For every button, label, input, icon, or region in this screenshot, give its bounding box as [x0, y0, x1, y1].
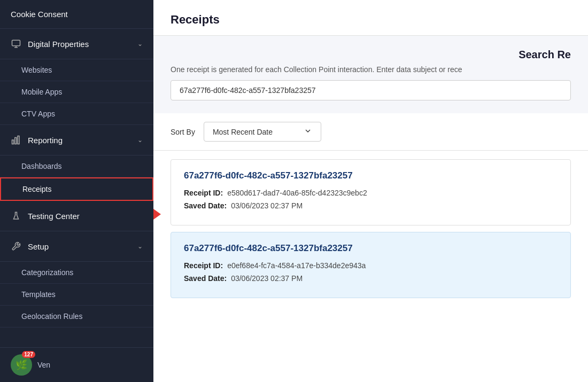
avatar: 🌿 127: [11, 354, 32, 376]
monitor-icon: [11, 38, 21, 49]
saved-date-value: 03/06/2023 02:37 PM: [231, 274, 303, 283]
receipt-uuid: 67a277f6-d0fc-482c-a557-1327bfa23257: [184, 243, 558, 254]
receipt-id-row: Receipt ID: e580d617-dad7-40a6-85fc-d423…: [184, 189, 558, 197]
sidebar-item-templates[interactable]: Templates: [0, 284, 153, 306]
receipt-card[interactable]: 67a277f6-d0fc-482c-a557-1327bfa23257 Rec…: [171, 159, 571, 225]
search-description: One receipt is generated for each Collec…: [171, 65, 571, 74]
sidebar: Cookie Consent Digital Properties ⌄ Webs…: [0, 0, 153, 382]
sidebar-section-reporting[interactable]: Reporting ⌄: [0, 125, 153, 155]
sort-by-label: Sort By: [171, 128, 195, 136]
user-label: Ven: [37, 361, 50, 369]
sidebar-item-geolocation-rules[interactable]: Geolocation Rules: [0, 306, 153, 328]
page-title: Receipts: [171, 13, 571, 27]
svg-rect-1: [12, 140, 14, 144]
sort-selected-value: Most Recent Date: [213, 128, 299, 136]
receipt-id-value: e0ef68e4-fc7a-4584-a17e-b334de2e943a: [227, 261, 366, 270]
sidebar-section-testing-center[interactable]: Testing Center: [0, 201, 153, 231]
sidebar-item-websites[interactable]: Websites: [0, 59, 153, 81]
svg-rect-3: [18, 136, 19, 144]
sidebar-item-ctv-apps[interactable]: CTV Apps: [0, 103, 153, 125]
receipt-id-row: Receipt ID: e0ef68e4-fc7a-4584-a17e-b334…: [184, 261, 558, 270]
saved-date-label: Saved Date:: [184, 201, 227, 210]
sidebar-item-cookie-consent[interactable]: Cookie Consent: [0, 0, 153, 29]
chevron-down-icon: ⌄: [137, 136, 143, 144]
notification-badge: 127: [22, 351, 35, 358]
user-avatar-area[interactable]: 🌿 127 Ven: [0, 347, 153, 382]
chevron-down-icon: ⌄: [137, 40, 143, 48]
receipts-list: 67a277f6-d0fc-482c-a557-1327bfa23257 Rec…: [153, 151, 588, 313]
saved-date-label: Saved Date:: [184, 274, 227, 283]
sidebar-item-receipts[interactable]: Receipts: [0, 177, 153, 201]
receipt-card[interactable]: 67a277f6-d0fc-482c-a557-1327bfa23257 Rec…: [171, 232, 571, 298]
main-content: Receipts Search Re One receipt is genera…: [153, 0, 588, 382]
sidebar-section-digital-properties[interactable]: Digital Properties ⌄: [0, 29, 153, 59]
sidebar-item-mobile-apps[interactable]: Mobile Apps: [0, 81, 153, 103]
active-item-arrow: [153, 209, 161, 220]
receipt-id-label: Receipt ID:: [184, 261, 223, 270]
sidebar-section-setup[interactable]: Setup ⌄: [0, 231, 153, 262]
sidebar-item-categorizations[interactable]: Categorizations: [0, 262, 153, 284]
search-panel-title: Search Re: [171, 49, 571, 61]
receipt-uuid: 67a277f6-d0fc-482c-a557-1327bfa23257: [184, 170, 558, 181]
receipt-id-value: e580d617-dad7-40a6-85fc-d42323c9ebc2: [227, 189, 367, 197]
chevron-down-icon: [304, 127, 312, 137]
search-panel: Search Re One receipt is generated for e…: [153, 36, 588, 113]
chevron-down-icon: ⌄: [137, 243, 143, 250]
sidebar-item-dashboards[interactable]: Dashboards: [0, 155, 153, 177]
svg-rect-0: [12, 40, 20, 46]
chart-icon: [11, 135, 21, 145]
saved-date-row: Saved Date: 03/06/2023 02:37 PM: [184, 274, 558, 283]
sort-select[interactable]: Most Recent Date: [204, 122, 321, 142]
sort-row: Sort By Most Recent Date: [153, 113, 588, 151]
wrench-icon: [11, 241, 21, 252]
receipt-id-label: Receipt ID:: [184, 189, 223, 197]
page-header: Receipts: [153, 0, 588, 36]
svg-rect-2: [15, 138, 17, 144]
search-input[interactable]: [171, 80, 571, 100]
saved-date-row: Saved Date: 03/06/2023 02:37 PM: [184, 201, 558, 210]
saved-date-value: 03/06/2023 02:37 PM: [231, 201, 303, 210]
flask-icon: [11, 211, 21, 221]
